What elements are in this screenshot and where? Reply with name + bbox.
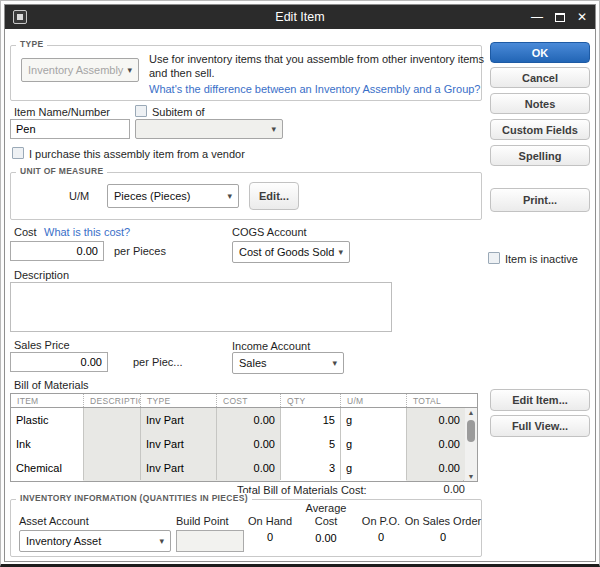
bom-cell-item[interactable]: Ink [11, 432, 83, 456]
bom-cell-item[interactable]: Plastic [11, 408, 83, 432]
on-hand-value: 0 [239, 531, 301, 543]
table-row[interactable]: Ink Inv Part 0.00 5 g 0.00 [11, 432, 477, 456]
stat-on-sales-order: On Sales Order 0 [403, 515, 483, 543]
bom-col-cost[interactable]: COST [216, 394, 280, 407]
build-point-label: Build Point [176, 515, 229, 527]
item-name-label: Item Name/Number [14, 106, 110, 118]
table-row[interactable]: Plastic Inv Part 0.00 15 g 0.00 [11, 408, 477, 432]
build-point-input[interactable] [176, 530, 244, 552]
bom-cell-description [83, 432, 140, 456]
type-description: Use for inventory items that you assembl… [149, 52, 484, 80]
um-select-value: Pieces (Pieces) [114, 190, 190, 202]
bom-cell-cost: 0.00 [216, 408, 280, 432]
sales-price-label: Sales Price [14, 339, 70, 351]
um-select[interactable]: Pieces (Pieces) ▾ [107, 184, 239, 208]
bom-col-total[interactable]: TOTAL [406, 394, 465, 407]
um-edit-button[interactable]: Edit... [249, 182, 299, 210]
cost-input[interactable] [10, 241, 104, 261]
asset-account-value: Inventory Asset [26, 535, 101, 547]
on-sales-order-label: On Sales Order [403, 515, 483, 527]
stat-on-po: On P.O. 0 [355, 515, 407, 543]
table-row[interactable]: Chemical Inv Part 0.00 3 g 0.00 [11, 456, 477, 480]
stat-on-hand: On Hand 0 [239, 515, 301, 543]
type-select[interactable]: Inventory Assembly ▾ [21, 58, 139, 82]
print-button[interactable]: Print... [490, 188, 590, 212]
notes-button[interactable]: Notes [490, 93, 590, 114]
bom-body: Plastic Inv Part 0.00 15 g 0.00 Ink Inv … [11, 408, 477, 481]
subitem-checkbox[interactable] [135, 105, 147, 117]
bom-cell-description [83, 456, 140, 480]
inventory-info-section: INVENTORY INFORMATION (QUANTITIES IN PIE… [10, 499, 482, 557]
dropdown-arrow-icon: ▾ [227, 191, 232, 201]
income-account-value: Sales [239, 357, 267, 369]
edit-item-button[interactable]: Edit Item... [490, 389, 590, 411]
bom-cell-item[interactable]: Chemical [11, 456, 83, 480]
purchase-from-vendor-checkbox[interactable] [12, 147, 24, 159]
bom-total-label: Total Bill of Materials Cost: [237, 484, 367, 496]
cogs-account-value: Cost of Goods Sold [239, 246, 334, 258]
purchase-from-vendor-label: I purchase this assembly item from a ven… [29, 148, 245, 160]
bom-label: Bill of Materials [14, 379, 89, 391]
bom-col-description[interactable]: DESCRIPTION [83, 394, 140, 407]
item-inactive-checkbox[interactable] [488, 252, 500, 264]
dropdown-arrow-icon: ▾ [271, 124, 276, 134]
window-title: Edit Item [5, 10, 595, 24]
type-description-line1: Use for inventory items that you assembl… [149, 53, 484, 65]
bom-cell-qty[interactable]: 15 [280, 408, 340, 432]
on-po-value: 0 [355, 531, 407, 543]
type-select-value: Inventory Assembly [28, 64, 123, 76]
close-icon[interactable]: ✕ [577, 5, 587, 29]
ok-button[interactable]: OK [490, 42, 590, 63]
titlebar: Edit Item — ✕ [5, 5, 595, 29]
cogs-account-select[interactable]: Cost of Goods Sold ▾ [232, 241, 350, 263]
bom-cell-type: Inv Part [140, 456, 216, 480]
bom-col-um[interactable]: U/M [340, 394, 406, 407]
dropdown-arrow-icon: ▾ [338, 247, 343, 257]
description-textarea[interactable] [10, 282, 392, 332]
stat-average-cost: Average Cost 0.00 [297, 502, 355, 544]
item-inactive-label: Item is inactive [505, 253, 578, 265]
bom-cell-qty[interactable]: 3 [280, 456, 340, 480]
bom-cell-total: 0.00 [406, 456, 465, 480]
on-sales-order-value: 0 [403, 531, 483, 543]
average-cost-label: Average Cost [297, 502, 355, 528]
bom-cell-qty[interactable]: 5 [280, 432, 340, 456]
uom-legend: UNIT OF MEASURE [16, 166, 107, 176]
spelling-button[interactable]: Spelling [490, 145, 590, 166]
subitem-select[interactable]: ▾ [135, 119, 283, 139]
subitem-label: Subitem of [152, 106, 205, 118]
minimize-icon[interactable]: — [531, 5, 543, 29]
custom-fields-button[interactable]: Custom Fields [490, 119, 590, 140]
cancel-button[interactable]: Cancel [490, 67, 590, 88]
inventory-info-legend: INVENTORY INFORMATION (QUANTITIES IN PIE… [16, 493, 252, 503]
bom-col-type[interactable]: TYPE [140, 394, 216, 407]
item-name-input[interactable] [10, 119, 130, 139]
bom-total-value: 0.00 [415, 483, 465, 495]
assembly-group-help-link[interactable]: What's the difference between an Invento… [149, 83, 480, 95]
full-view-button[interactable]: Full View... [490, 415, 590, 437]
bom-table: ITEM DESCRIPTION TYPE COST QTY U/M TOTAL… [10, 393, 478, 482]
dropdown-arrow-icon: ▾ [332, 358, 337, 368]
bom-col-item[interactable]: ITEM [11, 394, 83, 407]
average-cost-value: 0.00 [297, 532, 355, 544]
cost-per-text: per Pieces [114, 245, 166, 257]
maximize-icon[interactable] [555, 13, 565, 22]
bom-cell-type: Inv Part [140, 432, 216, 456]
dropdown-arrow-icon: ▾ [159, 536, 164, 546]
bom-cell-um[interactable]: g [340, 408, 406, 432]
on-po-label: On P.O. [355, 515, 407, 527]
sales-price-input[interactable] [10, 352, 108, 372]
income-account-select[interactable]: Sales ▾ [232, 352, 344, 374]
bom-cell-total: 0.00 [406, 408, 465, 432]
asset-account-select[interactable]: Inventory Asset ▾ [19, 530, 171, 552]
bom-cell-description [83, 408, 140, 432]
bom-cell-um[interactable]: g [340, 432, 406, 456]
dropdown-arrow-icon: ▾ [127, 65, 132, 75]
bom-cell-um[interactable]: g [340, 456, 406, 480]
bom-header-row: ITEM DESCRIPTION TYPE COST QTY U/M TOTAL [11, 394, 477, 408]
bom-col-qty[interactable]: QTY [280, 394, 340, 407]
unit-of-measure-section: UNIT OF MEASURE U/M Pieces (Pieces) ▾ Ed… [10, 172, 482, 220]
type-section: TYPE Inventory Assembly ▾ Use for invent… [10, 45, 482, 101]
window-icon[interactable] [13, 10, 27, 24]
cost-help-link[interactable]: What is this cost? [44, 226, 130, 238]
